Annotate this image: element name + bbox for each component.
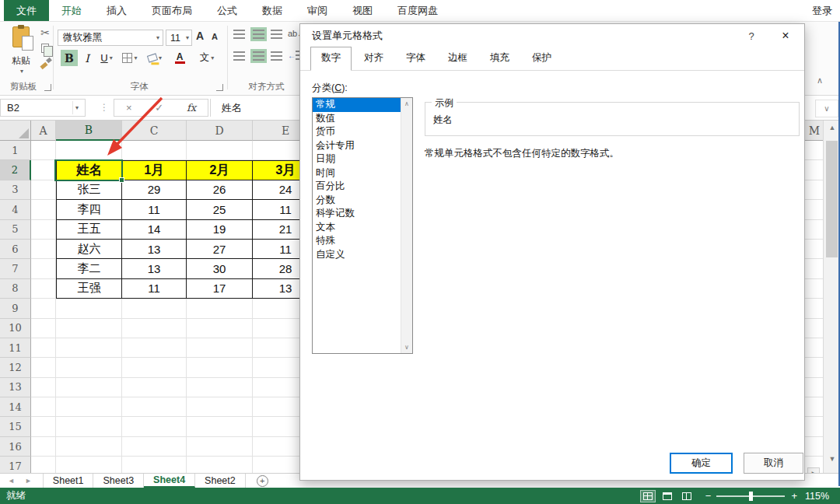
cell-C17[interactable] xyxy=(122,457,187,473)
cancel-entry-icon[interactable]: × xyxy=(126,102,132,114)
column-header-D[interactable]: D xyxy=(187,121,253,141)
cell-A11[interactable] xyxy=(31,338,56,358)
cell-D11[interactable] xyxy=(187,338,253,358)
shrink-font-icon[interactable]: A xyxy=(212,32,218,41)
cell-C11[interactable] xyxy=(122,338,187,358)
ribbon-tab-4[interactable]: 数据 xyxy=(250,0,295,21)
expand-formula-bar-icon[interactable]: ∨ xyxy=(815,100,838,117)
cell-C13[interactable] xyxy=(122,378,187,397)
cell-B14[interactable] xyxy=(56,397,122,417)
sheet-tab-sheet1[interactable]: Sheet1 xyxy=(43,474,94,488)
category-item-9[interactable]: 文本 xyxy=(313,221,401,235)
category-item-7[interactable]: 分数 xyxy=(313,194,401,208)
row-header-11[interactable]: 11 xyxy=(0,338,31,358)
cell-D4[interactable]: 25 xyxy=(187,200,253,219)
cell-D12[interactable] xyxy=(187,358,253,377)
row-header-6[interactable]: 6 xyxy=(0,240,31,259)
cell-D14[interactable] xyxy=(187,397,253,417)
underline-button[interactable]: U▾ xyxy=(96,50,117,66)
confirm-entry-icon[interactable]: ✓ xyxy=(155,102,163,114)
dialog-tab-4[interactable]: 填充 xyxy=(480,47,520,70)
listbox-scroll-down-icon[interactable]: ∨ xyxy=(404,344,409,351)
ribbon-tab-0[interactable]: 开始 xyxy=(49,0,94,21)
cell-A7[interactable] xyxy=(31,259,56,278)
cell-B2[interactable]: 姓名 xyxy=(56,160,122,180)
phonetic-guide-button[interactable]: 文▾ xyxy=(196,50,218,66)
align-left-button[interactable] xyxy=(233,51,245,61)
sheet-tab-sheet3[interactable]: Sheet3 xyxy=(93,474,144,488)
dialog-tab-0[interactable]: 数字 xyxy=(310,47,352,71)
clipboard-dialog-launcher-icon[interactable] xyxy=(44,84,51,91)
cell-B10[interactable] xyxy=(56,319,122,338)
dialog-tab-3[interactable]: 边框 xyxy=(438,47,478,70)
cell-C3[interactable]: 29 xyxy=(122,180,187,200)
column-header-B[interactable]: B xyxy=(56,121,122,141)
align-bottom-button[interactable] xyxy=(271,30,282,39)
cell-D15[interactable] xyxy=(187,417,253,436)
cell-C10[interactable] xyxy=(122,319,187,338)
row-header-7[interactable]: 7 xyxy=(0,259,31,278)
ribbon-tab-1[interactable]: 插入 xyxy=(94,0,139,21)
ribbon-tab-6[interactable]: 视图 xyxy=(340,0,385,21)
ok-button[interactable]: 确定 xyxy=(670,453,733,474)
cell-A4[interactable] xyxy=(31,200,56,219)
cell-C6[interactable]: 13 xyxy=(122,240,187,259)
cell-A14[interactable] xyxy=(31,397,56,417)
cell-D5[interactable]: 19 xyxy=(187,220,253,240)
font-dialog-launcher-icon[interactable] xyxy=(216,84,223,91)
row-header-16[interactable]: 16 xyxy=(0,437,31,457)
cell-C12[interactable] xyxy=(122,358,187,377)
cell-A6[interactable] xyxy=(31,240,56,259)
cell-C2[interactable]: 1月 xyxy=(122,160,187,180)
category-item-8[interactable]: 科学记数 xyxy=(313,207,401,221)
cell-D16[interactable] xyxy=(187,437,253,457)
row-header-1[interactable]: 1 xyxy=(0,141,31,160)
add-sheet-button[interactable]: + xyxy=(257,475,268,487)
dialog-tab-1[interactable]: 对齐 xyxy=(354,47,394,70)
cell-A17[interactable] xyxy=(31,457,56,473)
zoom-slider[interactable] xyxy=(716,495,785,497)
cell-B9[interactable] xyxy=(56,299,122,318)
cell-C9[interactable] xyxy=(122,299,187,318)
align-center-button[interactable] xyxy=(250,49,267,63)
cell-A12[interactable] xyxy=(31,358,56,377)
cell-B12[interactable] xyxy=(56,358,122,377)
listbox-scroll-up-icon[interactable]: ∧ xyxy=(404,100,409,107)
row-header-14[interactable]: 14 xyxy=(0,397,31,417)
dialog-titlebar[interactable]: 设置单元格格式 ? × xyxy=(300,24,804,47)
zoom-slider-thumb[interactable] xyxy=(749,492,753,501)
close-icon[interactable]: × xyxy=(767,24,804,47)
column-header-A[interactable]: A xyxy=(31,121,56,141)
font-name-select[interactable]: 微软雅黑 ▾ xyxy=(58,30,163,46)
next-sheet-icon[interactable]: ► xyxy=(25,477,32,485)
category-item-10[interactable]: 特殊 xyxy=(313,234,401,248)
ribbon-tab-3[interactable]: 公式 xyxy=(205,0,250,21)
cell-D9[interactable] xyxy=(187,299,253,318)
cell-C14[interactable] xyxy=(122,397,187,417)
category-item-5[interactable]: 时间 xyxy=(313,166,401,180)
cell-C7[interactable]: 13 xyxy=(122,259,187,278)
cell-D2[interactable]: 2月 xyxy=(187,160,253,180)
grow-font-icon[interactable]: A xyxy=(196,30,204,42)
name-box[interactable]: B2 ▾ xyxy=(0,99,86,117)
category-item-3[interactable]: 会计专用 xyxy=(313,139,401,153)
category-item-2[interactable]: 货币 xyxy=(313,125,401,139)
cell-B13[interactable] xyxy=(56,378,122,397)
align-top-button[interactable] xyxy=(233,30,245,39)
paste-button[interactable]: 粘贴 ▾ xyxy=(6,26,36,82)
cancel-button[interactable]: 取消 xyxy=(744,453,803,474)
ribbon-tab-7[interactable]: 百度网盘 xyxy=(385,0,450,21)
cell-C4[interactable]: 11 xyxy=(122,200,187,219)
cell-C5[interactable]: 14 xyxy=(122,220,187,240)
cell-B3[interactable]: 张三 xyxy=(56,180,122,200)
cell-D13[interactable] xyxy=(187,378,253,397)
category-item-1[interactable]: 数值 xyxy=(313,112,401,126)
cell-A8[interactable] xyxy=(31,279,56,299)
page-break-view-button[interactable] xyxy=(679,490,695,502)
format-painter-icon[interactable] xyxy=(40,58,51,69)
zoom-out-button[interactable]: − xyxy=(705,490,712,502)
cell-A16[interactable] xyxy=(31,437,56,457)
login-button[interactable]: 登录 xyxy=(804,0,840,21)
cell-C16[interactable] xyxy=(122,437,187,457)
cell-A3[interactable] xyxy=(31,180,56,200)
